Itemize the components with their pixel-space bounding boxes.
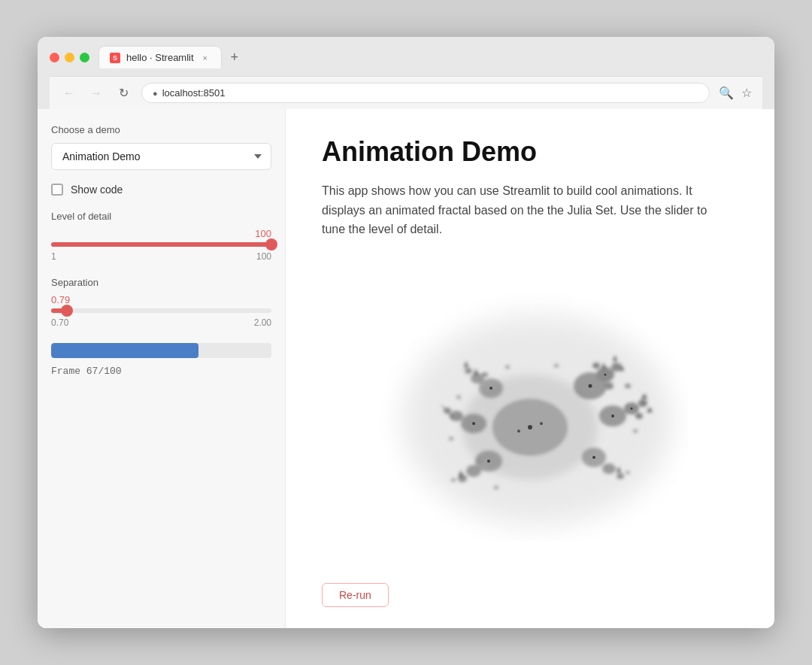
svg-point-7 — [604, 382, 614, 390]
svg-point-6 — [592, 363, 600, 369]
level-of-detail-section: Level of detail 100 1 100 — [51, 211, 271, 262]
svg-point-25 — [482, 372, 488, 377]
title-bar-top: S hello · Streamlit × + — [50, 46, 762, 76]
level-of-detail-fill — [51, 242, 271, 247]
tab-bar: S hello · Streamlit × + — [98, 46, 244, 68]
svg-point-29 — [456, 395, 461, 399]
separation-max: 2.00 — [254, 317, 271, 328]
svg-point-34 — [626, 471, 630, 474]
svg-point-13 — [602, 463, 616, 474]
svg-point-49 — [589, 384, 592, 387]
show-code-checkbox[interactable] — [51, 184, 63, 196]
progress-bar-container — [51, 343, 271, 358]
page-description: This app shows how you can use Streamlit… — [322, 181, 728, 239]
svg-point-52 — [631, 407, 633, 409]
fractal-container — [322, 262, 738, 548]
svg-point-48 — [517, 430, 520, 433]
show-code-label: Show code — [71, 184, 123, 196]
minimize-button[interactable] — [65, 53, 74, 62]
svg-point-24 — [465, 368, 472, 374]
search-icon[interactable]: 🔍 — [719, 86, 734, 100]
forward-button[interactable]: → — [87, 84, 105, 102]
bookmark-icon[interactable]: ☆ — [741, 86, 752, 100]
svg-point-33 — [494, 485, 498, 489]
close-button[interactable] — [50, 53, 59, 62]
main-content: Animation Demo This app shows how you ca… — [286, 109, 774, 628]
svg-point-21 — [444, 408, 451, 414]
level-of-detail-thumb[interactable] — [265, 238, 277, 251]
svg-point-51 — [611, 414, 614, 418]
level-of-detail-track — [51, 242, 271, 247]
tab-favicon-icon: S — [110, 53, 120, 63]
separation-thumb[interactable] — [61, 305, 73, 317]
show-code-row: Show code — [51, 184, 271, 196]
svg-point-32 — [451, 478, 456, 481]
separation-value: 0.79 — [51, 294, 271, 305]
separation-section: Separation 0.79 0.70 2.00 — [51, 277, 271, 328]
fractal-svg — [372, 269, 688, 540]
url-text: localhost:8501 — [162, 87, 226, 99]
level-of-detail-min: 1 — [51, 251, 56, 262]
traffic-lights — [50, 53, 89, 62]
svg-point-5 — [611, 363, 622, 372]
svg-point-11 — [635, 413, 643, 419]
svg-point-10 — [638, 399, 647, 407]
tab-close-button[interactable]: × — [200, 53, 211, 63]
separation-track — [51, 308, 271, 313]
url-bar[interactable]: ● localhost:8501 — [141, 83, 710, 103]
rerun-button[interactable]: Re-run — [322, 583, 389, 607]
sidebar: Choose a demo Animation Demo Plotting De… — [38, 109, 286, 628]
new-tab-button[interactable]: + — [225, 47, 245, 68]
svg-point-54 — [487, 460, 490, 463]
svg-point-26 — [625, 384, 631, 388]
back-button[interactable]: ← — [60, 84, 78, 102]
level-of-detail-range: 1 100 — [51, 251, 271, 262]
browser-body: Choose a demo Animation Demo Plotting De… — [38, 109, 774, 628]
demo-select[interactable]: Animation Demo Plotting Demo Mapping Dem… — [51, 143, 271, 170]
title-bar: S hello · Streamlit × + ← → ↻ ● localhos… — [38, 37, 774, 109]
svg-point-18 — [475, 458, 483, 464]
page-title: Animation Demo — [322, 136, 738, 168]
address-actions: 🔍 ☆ — [719, 86, 752, 100]
svg-point-47 — [540, 422, 543, 425]
browser-window: S hello · Streamlit × + ← → ↻ ● localhos… — [38, 37, 774, 628]
maximize-button[interactable] — [80, 53, 89, 62]
svg-point-50 — [604, 373, 607, 375]
svg-point-14 — [617, 473, 624, 479]
level-of-detail-value: 100 — [51, 228, 271, 239]
separation-min: 0.70 — [51, 317, 68, 328]
svg-point-20 — [450, 411, 463, 421]
progress-bar-fill — [51, 343, 198, 358]
frame-label: Frame 67/100 — [51, 366, 271, 377]
address-bar: ← → ↻ ● localhost:8501 🔍 ☆ — [50, 76, 762, 109]
svg-point-27 — [633, 429, 638, 433]
svg-point-53 — [592, 456, 595, 459]
svg-point-16 — [466, 465, 481, 477]
level-of-detail-max: 100 — [256, 251, 271, 262]
svg-point-56 — [489, 387, 492, 390]
tab-title: hello · Streamlit — [126, 52, 194, 63]
demo-select-label: Choose a demo — [51, 124, 271, 135]
separation-title: Separation — [51, 277, 271, 288]
lock-icon: ● — [153, 89, 158, 98]
svg-point-55 — [472, 422, 475, 425]
svg-point-28 — [449, 436, 453, 440]
level-of-detail-title: Level of detail — [51, 211, 271, 222]
svg-point-31 — [554, 363, 559, 367]
separation-range: 0.70 2.00 — [51, 317, 271, 328]
svg-point-46 — [528, 425, 532, 430]
reload-button[interactable]: ↻ — [114, 84, 132, 102]
svg-point-30 — [505, 365, 510, 369]
browser-tab[interactable]: S hello · Streamlit × — [98, 46, 222, 68]
